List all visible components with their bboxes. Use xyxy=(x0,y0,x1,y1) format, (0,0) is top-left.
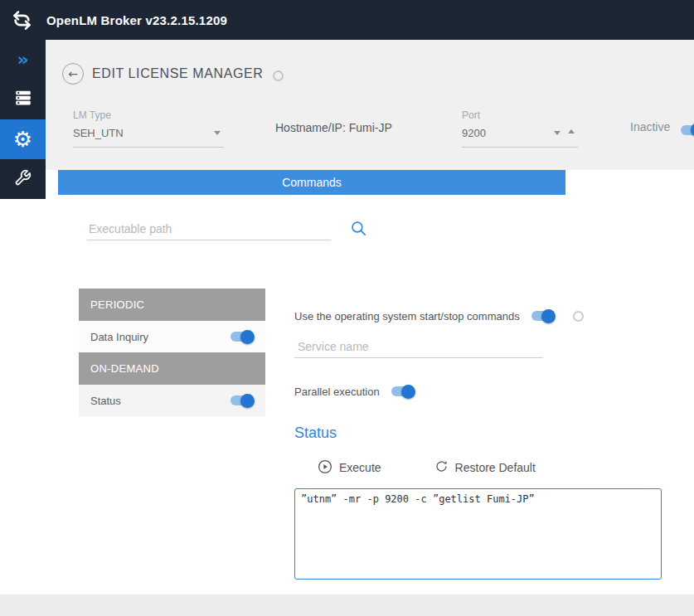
command-list: PERIODIC Data Inquiry ON-DEMAND Status xyxy=(79,289,265,416)
execute-button[interactable]: Execute xyxy=(318,459,381,477)
hostname-text: Hostname/IP: Fumi-JP xyxy=(275,121,392,134)
os-commands-toggle[interactable] xyxy=(531,311,555,321)
port-value: 9200 xyxy=(462,127,486,139)
command-group-header-periodic: PERIODIC xyxy=(79,289,265,321)
commands-panel: PERIODIC Data Inquiry ON-DEMAND Status U… xyxy=(58,195,694,594)
lm-type-field: LM Type SEH_UTN xyxy=(73,109,224,148)
status-toggle[interactable] xyxy=(231,395,254,405)
command-row-status[interactable]: Status xyxy=(79,385,265,416)
chevron-down-icon[interactable] xyxy=(214,131,221,135)
title-status-icon xyxy=(273,70,284,81)
lm-type-value: SEH_UTN xyxy=(73,127,124,139)
command-group-header-on-demand: ON-DEMAND xyxy=(79,352,265,385)
inactive-label: Inactive xyxy=(630,120,670,133)
spinner-up-icon[interactable] xyxy=(568,129,575,133)
spinner-down-icon[interactable] xyxy=(554,131,561,135)
data-inquiry-toggle[interactable] xyxy=(231,332,254,342)
search-button[interactable] xyxy=(350,220,367,240)
port-field: Port 9200 xyxy=(462,109,578,148)
edit-license-manager-header: ← EDIT LICENSE MANAGER LM Type SEH_UTN H… xyxy=(46,40,694,170)
left-arrow-icon: ← xyxy=(68,67,78,80)
status-section-title: Status xyxy=(294,424,676,442)
chevrons-double-right-icon: » xyxy=(17,51,28,69)
back-button[interactable]: ← xyxy=(62,63,84,85)
search-icon xyxy=(350,227,367,240)
tab-bar: Commands xyxy=(58,170,694,195)
command-textarea[interactable]: ”utnm” -mr -p 9200 -c ”getlist Fumi-JP” xyxy=(294,488,662,580)
lm-type-select[interactable]: SEH_UTN xyxy=(73,121,224,148)
parallel-execution-toggle[interactable] xyxy=(391,386,415,396)
service-name-input[interactable] xyxy=(294,336,543,358)
play-circle-icon xyxy=(318,459,332,477)
server-icon xyxy=(14,89,32,110)
page-title: EDIT LICENSE MANAGER xyxy=(92,66,263,81)
command-row-label: Status xyxy=(90,395,121,407)
sidebar-item-brokers[interactable] xyxy=(0,80,46,119)
command-row-data-inquiry[interactable]: Data Inquiry xyxy=(79,321,265,352)
bottom-scroll-area xyxy=(0,594,694,616)
titlebar: OpenLM Broker v23.2.15.1209 xyxy=(0,0,694,40)
sidebar-item-settings[interactable]: ⚙ xyxy=(0,119,46,159)
tools-icon xyxy=(14,169,32,190)
restore-default-button[interactable]: Restore Default xyxy=(434,459,536,476)
refresh-icon xyxy=(434,459,449,476)
port-label: Port xyxy=(462,109,578,121)
tab-commands[interactable]: Commands xyxy=(58,170,565,195)
sidebar-item-tools[interactable] xyxy=(0,159,46,199)
app-title: OpenLM Broker v23.2.15.1209 xyxy=(46,13,227,27)
os-commands-label: Use the operating system start/stop comm… xyxy=(294,310,520,323)
execute-label: Execute xyxy=(339,461,381,474)
gear-icon: ⚙ xyxy=(13,129,32,150)
restore-default-label: Restore Default xyxy=(455,461,536,474)
sidebar: » ⚙ xyxy=(0,40,46,199)
port-select[interactable]: 9200 xyxy=(462,121,578,148)
circle-indicator-icon xyxy=(573,311,584,322)
executable-path-input[interactable] xyxy=(87,218,331,240)
lm-type-label: LM Type xyxy=(73,109,224,121)
inactive-toggle[interactable] xyxy=(681,125,694,135)
parallel-execution-label: Parallel execution xyxy=(294,386,380,398)
command-detail-column: Use the operating system start/stop comm… xyxy=(294,308,676,580)
openlm-logo-icon xyxy=(11,9,33,32)
sidebar-item-expand[interactable]: » xyxy=(0,40,46,80)
command-row-label: Data Inquiry xyxy=(90,331,148,343)
